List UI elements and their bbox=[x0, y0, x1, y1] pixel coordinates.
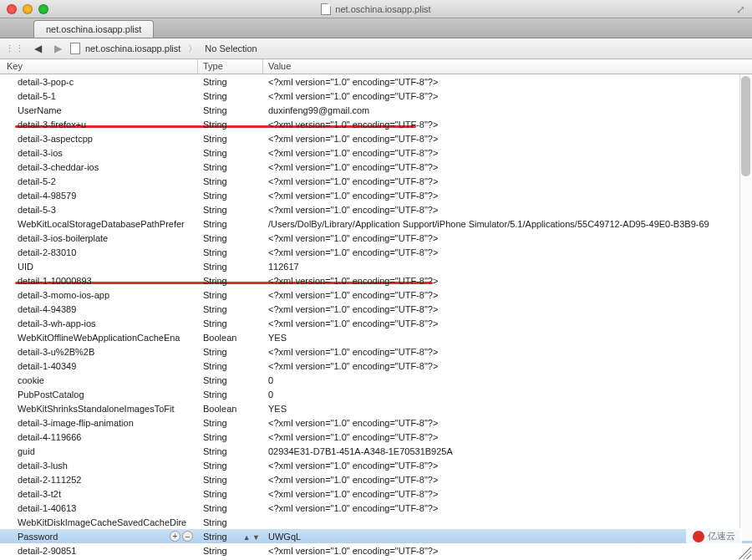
cell-type[interactable]: String bbox=[198, 276, 263, 286]
cell-type[interactable]: String bbox=[198, 134, 263, 144]
cell-key[interactable]: detail-3-image-flip-animation bbox=[0, 418, 198, 428]
cell-key[interactable]: Password+– bbox=[0, 531, 198, 542]
cell-key[interactable]: detail-3-u%2B%2B bbox=[0, 347, 198, 357]
cell-value[interactable]: <?xml version="1.0" encoding="UTF-8"?> bbox=[263, 276, 752, 286]
cell-value[interactable]: <?xml version="1.0" encoding="UTF-8"?> bbox=[263, 91, 752, 101]
table-row[interactable]: WebKitShrinksStandaloneImagesToFitBoolea… bbox=[0, 401, 752, 415]
cell-value[interactable]: /Users/DolBy/Library/Application Support… bbox=[263, 219, 752, 229]
cell-key[interactable]: UserName bbox=[0, 105, 198, 115]
cell-key[interactable]: detail-5-2 bbox=[0, 176, 198, 186]
tab-plist[interactable]: net.oschina.iosapp.plist bbox=[33, 20, 154, 38]
cell-key[interactable]: detail-3-ios-boilerplate bbox=[0, 233, 198, 243]
type-stepper-icon[interactable]: ▲ ▼ bbox=[243, 533, 260, 542]
cell-key[interactable]: detail-3-ios bbox=[0, 148, 198, 158]
table-row[interactable]: detail-3-cheddar-iosString<?xml version=… bbox=[0, 160, 752, 174]
cell-type[interactable]: Boolean bbox=[198, 333, 263, 343]
cell-key[interactable]: detail-3-wh-app-ios bbox=[0, 318, 198, 328]
cell-value[interactable]: <?xml version="1.0" encoding="UTF-8"?> bbox=[263, 432, 752, 442]
cell-value[interactable]: <?xml version="1.0" encoding="UTF-8"?> bbox=[263, 361, 752, 371]
table-row[interactable]: detail-3-u%2B%2BString<?xml version="1.0… bbox=[0, 344, 752, 359]
cell-key[interactable]: detail-5-1 bbox=[0, 91, 198, 101]
resize-handle-icon[interactable] bbox=[739, 547, 751, 559]
cell-value[interactable]: 0 bbox=[263, 375, 752, 385]
cell-key[interactable]: PubPostCatalog bbox=[0, 389, 198, 400]
cell-key[interactable]: detail-1-40613 bbox=[0, 503, 198, 513]
cell-type[interactable]: String bbox=[198, 105, 263, 115]
cell-value[interactable]: UWGqL bbox=[263, 532, 752, 542]
cell-key[interactable]: detail-3-pop-c bbox=[0, 77, 198, 87]
cell-value[interactable]: YES bbox=[263, 404, 752, 414]
cell-value[interactable]: <?xml version="1.0" encoding="UTF-8"?> bbox=[263, 77, 752, 87]
table-row[interactable]: WebKitLocalStorageDatabasePathPreferStri… bbox=[0, 216, 752, 231]
cell-key[interactable]: detail-3-firefox+u bbox=[0, 120, 198, 130]
cell-type[interactable]: String bbox=[198, 318, 263, 328]
cell-key[interactable]: detail-3-momo-ios-app bbox=[0, 290, 198, 300]
table-row[interactable]: detail-4-98579String<?xml version="1.0" … bbox=[0, 188, 752, 202]
table-row[interactable]: detail-5-3String<?xml version="1.0" enco… bbox=[0, 202, 752, 216]
breadcrumb-file[interactable]: net.oschina.iosapp.plist bbox=[85, 43, 180, 53]
table-row[interactable]: detail-3-iosString<?xml version="1.0" en… bbox=[0, 145, 752, 160]
cell-value[interactable]: <?xml version="1.0" encoding="UTF-8"?> bbox=[263, 347, 752, 357]
cell-type[interactable]: String bbox=[198, 503, 263, 513]
table-row[interactable]: detail-4-94389String<?xml version="1.0" … bbox=[0, 302, 752, 316]
table-row[interactable]: detail-3-aspectcppString<?xml version="1… bbox=[0, 131, 752, 145]
cell-key[interactable]: detail-2-111252 bbox=[0, 475, 198, 485]
cell-key[interactable]: detail-3-t2t bbox=[0, 489, 198, 499]
cell-value[interactable]: duxinfeng99@gmail.com bbox=[263, 105, 752, 115]
cell-key[interactable]: detail-2-83010 bbox=[0, 247, 198, 257]
cell-key[interactable]: detail-4-98579 bbox=[0, 191, 198, 201]
column-key[interactable]: Key bbox=[0, 59, 198, 74]
cell-value[interactable]: <?xml version="1.0" encoding="UTF-8"?> bbox=[263, 162, 752, 172]
cell-key[interactable]: cookie bbox=[0, 375, 198, 385]
table-row[interactable]: detail-3-wh-app-iosString<?xml version="… bbox=[0, 316, 752, 330]
cell-type[interactable]: String bbox=[198, 389, 263, 400]
cell-type[interactable]: String▲ ▼ bbox=[198, 532, 263, 542]
cell-type[interactable]: String bbox=[198, 148, 263, 158]
table-row[interactable]: detail-3-momo-ios-appString<?xml version… bbox=[0, 288, 752, 302]
table-row[interactable]: detail-2-111252String<?xml version="1.0"… bbox=[0, 472, 752, 486]
cell-key[interactable]: detail-2-90851 bbox=[0, 546, 198, 556]
cell-value[interactable]: <?xml version="1.0" encoding="UTF-8"?> bbox=[263, 247, 752, 257]
table-row[interactable]: detail-3-firefox+uString<?xml version="1… bbox=[0, 117, 752, 131]
vertical-scrollbar[interactable] bbox=[739, 74, 752, 541]
cell-type[interactable]: String bbox=[198, 375, 263, 385]
table-row[interactable]: detail-1-10000893String<?xml version="1.… bbox=[0, 273, 752, 288]
cell-type[interactable]: String bbox=[198, 475, 263, 485]
cell-value[interactable]: 0 bbox=[263, 389, 752, 400]
cell-type[interactable]: String bbox=[198, 176, 263, 186]
table-row[interactable]: WebKitOfflineWebApplicationCacheEnaBoole… bbox=[0, 330, 752, 344]
table-row[interactable]: detail-5-2String<?xml version="1.0" enco… bbox=[0, 174, 752, 188]
cell-value[interactable]: <?xml version="1.0" encoding="UTF-8"?> bbox=[263, 489, 752, 499]
expand-icon[interactable]: ⤢ bbox=[736, 3, 745, 16]
table-row[interactable]: UserNameStringduxinfeng99@gmail.com bbox=[0, 103, 752, 117]
cell-key[interactable]: UID bbox=[0, 262, 198, 272]
cell-value[interactable]: <?xml version="1.0" encoding="UTF-8"?> bbox=[263, 176, 752, 186]
table-row[interactable]: detail-1-40349String<?xml version="1.0" … bbox=[0, 359, 752, 373]
cell-value[interactable]: <?xml version="1.0" encoding="UTF-8"?> bbox=[263, 290, 752, 300]
cell-value[interactable]: <?xml version="1.0" encoding="UTF-8"?> bbox=[263, 475, 752, 485]
cell-type[interactable]: String bbox=[198, 418, 263, 428]
cell-key[interactable]: detail-4-119666 bbox=[0, 432, 198, 442]
cell-key[interactable]: detail-5-3 bbox=[0, 205, 198, 215]
cell-type[interactable]: String bbox=[198, 205, 263, 215]
table-row[interactable]: UIDString112617 bbox=[0, 259, 752, 273]
cell-value[interactable]: <?xml version="1.0" encoding="UTF-8"?> bbox=[263, 148, 752, 158]
cell-value[interactable]: <?xml version="1.0" encoding="UTF-8"?> bbox=[263, 134, 752, 144]
grip-icon[interactable]: ⋮⋮ bbox=[5, 43, 25, 54]
cell-key[interactable]: detail-1-40349 bbox=[0, 361, 198, 371]
table-row[interactable]: detail-3-lushString<?xml version="1.0" e… bbox=[0, 458, 752, 472]
table-row[interactable]: guidString02934E31-D7B1-451A-A348-1E7053… bbox=[0, 444, 752, 458]
table-row[interactable]: detail-5-1String<?xml version="1.0" enco… bbox=[0, 89, 752, 103]
cell-type[interactable]: String bbox=[198, 77, 263, 87]
add-row-icon[interactable]: + bbox=[170, 531, 180, 542]
table-row[interactable]: detail-2-83010String<?xml version="1.0" … bbox=[0, 245, 752, 259]
table-row[interactable]: cookieString0 bbox=[0, 373, 752, 387]
cell-type[interactable]: String bbox=[198, 91, 263, 101]
cell-value[interactable]: <?xml version="1.0" encoding="UTF-8"?> bbox=[263, 233, 752, 243]
cell-key[interactable]: WebKitShrinksStandaloneImagesToFit bbox=[0, 404, 198, 414]
cell-type[interactable]: String bbox=[198, 347, 263, 357]
table-row[interactable]: detail-3-t2tString<?xml version="1.0" en… bbox=[0, 486, 752, 501]
cell-type[interactable]: String bbox=[198, 361, 263, 371]
cell-type[interactable]: String bbox=[198, 120, 263, 130]
cell-key[interactable]: detail-4-94389 bbox=[0, 304, 198, 314]
